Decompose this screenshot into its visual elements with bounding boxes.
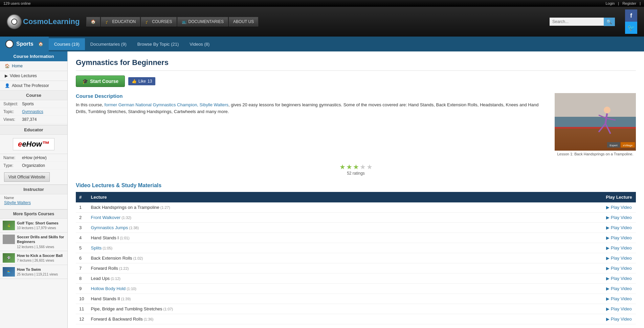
like-icon: 👍	[132, 79, 137, 84]
lecture-title: Forward Rolls (1:22)	[87, 263, 602, 274]
main-content: Gymnastics for Beginners 🎓 Start Course …	[68, 51, 644, 328]
lecture-duration: (1:32)	[120, 216, 131, 220]
play-video-link[interactable]: ▶ Play Video	[605, 225, 632, 230]
star-1: ★	[339, 163, 346, 171]
home-icon: 🏠	[91, 19, 96, 24]
lecture-num: 4	[76, 233, 87, 243]
home-nav-icon[interactable]: 🏠	[38, 42, 43, 46]
play-video-link[interactable]: ▶ Play Video	[605, 245, 632, 250]
facebook-icon[interactable]: f	[625, 9, 637, 22]
nav-documentaries-sports[interactable]: Documentaries (9)	[85, 38, 132, 50]
register-link[interactable]: Register	[622, 1, 636, 5]
nav-courses[interactable]: 🎓 COURSES	[141, 17, 176, 26]
nav-videos[interactable]: Videos (8)	[184, 38, 215, 50]
course-image: Expert eVillage	[555, 93, 636, 151]
sidebar-video-lectures[interactable]: ▶ Video Lectures	[0, 71, 67, 81]
play-video-link[interactable]: ▶ Play Video	[605, 316, 632, 322]
course-actions: 🎓 Start Course 👍 Like 13	[76, 75, 636, 87]
more-courses-title: More Sports Courses	[0, 209, 67, 219]
nav-about-us[interactable]: ABOUT US	[229, 17, 258, 26]
play-lecture-cell: ▶ Play Video	[602, 223, 636, 233]
logo-icon	[7, 14, 22, 29]
search-input[interactable]	[550, 18, 604, 26]
play-video-link[interactable]: ▶ Play Video	[605, 276, 632, 281]
instructor-title: Instructor	[0, 184, 67, 194]
twitter-icon[interactable]: 🐦	[625, 22, 637, 34]
course-info-title: Course Information	[0, 51, 67, 61]
table-row: 7Forward Rolls (1:22)▶ Play Video	[76, 263, 636, 274]
start-course-button[interactable]: 🎓 Start Course	[76, 75, 125, 87]
play-lecture-cell: ▶ Play Video	[602, 304, 636, 314]
sports-nav-links: Courses (19) Documentaries (9) Browse By…	[49, 38, 215, 50]
play-video-link[interactable]: ▶ Play Video	[605, 215, 632, 220]
play-video-link[interactable]: ▶ Play Video	[605, 235, 632, 240]
table-row: 8Lead Ups (1:12)▶ Play Video	[76, 274, 636, 284]
sidebar-topic-row: Topic: Gymnastics	[0, 108, 67, 116]
star-4: ★	[360, 163, 366, 171]
sidebar-home[interactable]: 🏠 Home	[0, 61, 67, 71]
play-video-link[interactable]: ▶ Play Video	[605, 306, 632, 311]
lecture-duration: (1:10)	[126, 287, 136, 291]
nav-education[interactable]: 🎓 EDUCATION	[101, 17, 140, 26]
svg-text:Expert: Expert	[609, 144, 618, 147]
course-title: Gymnastics for Beginners	[76, 58, 636, 71]
lecture-duration: (1:22)	[118, 266, 129, 270]
more-course-golf[interactable]: ⛳ Golf Tips: Short Games 10 lectures | 1…	[0, 219, 67, 233]
more-course-swim[interactable]: 🏊 How To Swim 25 lectures | 119,211 view…	[0, 265, 67, 279]
play-video-link[interactable]: ▶ Play Video	[605, 256, 632, 261]
users-online: 129 users online	[3, 1, 31, 5]
soccer-ball-icon	[5, 40, 14, 48]
lecture-duration: (1:05)	[102, 246, 112, 250]
lecture-duration: (1:12)	[110, 277, 120, 281]
col-play: Play Lecture	[602, 192, 636, 202]
more-course-soccer-kick[interactable]: ⚽ How to Kick a Soccer Ball 7 lectures |…	[0, 251, 67, 265]
sidebar-course-section: Course	[0, 91, 67, 100]
lecture-duration: (1:07)	[162, 307, 173, 311]
table-row: 12Forward & Backward Rolls (1:36)▶ Play …	[76, 314, 636, 324]
top-bar: 129 users online Login | Register |	[0, 0, 644, 7]
play-video-link[interactable]: ▶ Play Video	[605, 286, 632, 291]
like-button[interactable]: 👍 Like 13	[128, 77, 155, 85]
lecture-title: Gymnastics Jumps (1:38)	[87, 223, 602, 233]
play-video-link[interactable]: ▶ Play Video	[605, 296, 632, 301]
lecture-link[interactable]: Front Walkover	[91, 215, 120, 220]
table-row: 3Gymnastics Jumps (1:38)▶ Play Video	[76, 223, 636, 233]
lecture-duration: (1:27)	[159, 205, 170, 210]
course-thumb-kick: ⚽	[3, 253, 15, 263]
main-nav: 🏠 🎓 EDUCATION 🎓 COURSES 📺 DOCUMENTARIES …	[86, 17, 615, 26]
lecture-duration: (1:39)	[120, 297, 131, 301]
logo[interactable]: CosmoLearning	[7, 14, 80, 29]
lecture-link[interactable]: Gymnastics Jumps	[91, 225, 128, 230]
search-button[interactable]: 🔍	[604, 18, 615, 26]
visit-official-website-button[interactable]: Visit Official Website	[4, 172, 50, 182]
sidebar-subject-row: Subject: Sports	[0, 100, 67, 108]
instructor-name-value[interactable]: Sibylle Walters	[0, 200, 67, 208]
graduation-icon: 🎓	[82, 79, 88, 84]
sidebar-edu-type-row: Type: Organization	[0, 162, 67, 170]
lecture-title: Back Extension Rolls (1:02)	[87, 253, 602, 263]
course-thumb-soccer	[3, 235, 15, 244]
logo-text: CosmoLearning	[23, 17, 80, 26]
lecture-title: Hand Stands I (1:01)	[87, 233, 602, 243]
login-link[interactable]: Login	[605, 1, 615, 5]
svg-point-4	[604, 107, 610, 113]
lecture-duration: (1:36)	[143, 317, 154, 321]
table-row: 6Back Extension Rolls (1:02)▶ Play Video	[76, 253, 636, 263]
sidebar-about-professor[interactable]: 👤 About The Professor	[0, 81, 67, 91]
table-row: 11Pipe, Bridge and Tumbling Stretches (1…	[76, 304, 636, 314]
nav-home[interactable]: 🏠	[86, 17, 100, 26]
lecture-title: Hollow Body Hold (1:10)	[87, 284, 602, 294]
nav-courses-sports[interactable]: Courses (19)	[49, 38, 85, 50]
play-video-link[interactable]: ▶ Play Video	[605, 205, 632, 210]
course-description-body: In this course, former German National G…	[76, 102, 548, 115]
course-description-text: Course Description In this course, forme…	[76, 93, 548, 156]
play-video-link[interactable]: ▶ Play Video	[605, 266, 632, 271]
lecture-link[interactable]: Hollow Body Hold	[91, 286, 126, 291]
lecture-title: Forward & Backward Rolls (1:36)	[87, 314, 602, 324]
play-lecture-cell: ▶ Play Video	[602, 284, 636, 294]
nav-documentaries[interactable]: 📺 DOCUMENTARIES	[177, 17, 228, 26]
lecture-link[interactable]: Splits	[91, 245, 102, 250]
lecture-num: 11	[76, 304, 87, 314]
nav-browse-by-topic[interactable]: Browse By Topic (21)	[132, 38, 184, 50]
more-course-soccer-drills[interactable]: Soccer Drills and Skills for Beginners 1…	[0, 233, 67, 251]
